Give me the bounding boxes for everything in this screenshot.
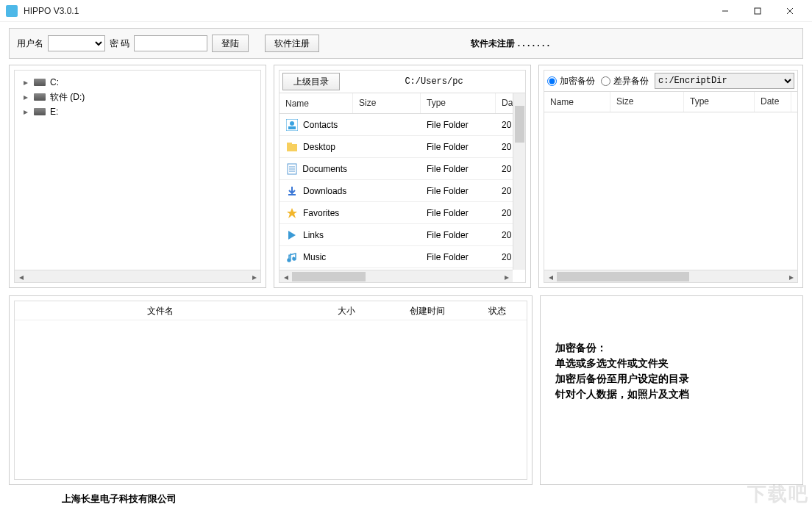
vertical-scrollbar[interactable] — [513, 93, 525, 270]
destination-panel: 加密备份 差异备份 c:/EncriptDir Name Size Type D… — [538, 65, 803, 288]
tree-item-label: E: — [50, 107, 58, 117]
login-button[interactable]: 登陆 — [212, 35, 249, 52]
file-type: File Folder — [421, 120, 496, 130]
column-header-size[interactable]: Size — [610, 92, 684, 112]
scroll-left-icon[interactable]: ◂ — [544, 270, 557, 282]
column-header-date[interactable]: Date — [755, 92, 791, 112]
close-button[interactable] — [774, 1, 806, 21]
info-line: 加密备份： — [555, 340, 788, 356]
drive-icon — [34, 93, 46, 101]
info-line: 加密后备份至用户设定的目录 — [555, 371, 788, 387]
file-type: File Folder — [421, 142, 496, 152]
file-name: Documents — [302, 164, 347, 174]
registration-status: 软件未注册 . . . . . . . — [471, 37, 549, 50]
password-label: 密 码 — [110, 37, 129, 50]
window-title: HIPPO V3.0.1 — [24, 6, 79, 16]
queue-header-filename[interactable]: 文件名 — [15, 301, 306, 320]
table-row[interactable]: DocumentsFile Folder20 — [279, 158, 525, 180]
tree-item[interactable]: ▸ 软件 (D:) — [18, 90, 257, 104]
diff-backup-radio[interactable]: 差异备份 — [601, 75, 649, 87]
current-path: C:/Users/pc — [346, 76, 522, 87]
svg-point-14 — [288, 259, 291, 262]
minimize-button[interactable] — [709, 1, 741, 21]
queue-header-size[interactable]: 大小 — [306, 301, 387, 320]
username-select[interactable] — [48, 35, 105, 51]
drive-icon — [34, 108, 46, 115]
titlebar: HIPPO V3.0.1 — [0, 0, 812, 22]
favorites-icon — [285, 206, 299, 220]
source-files-panel: 上级目录 C:/Users/pc Name Size Type Da Conta… — [274, 65, 531, 288]
scroll-left-icon[interactable]: ◂ — [279, 270, 292, 282]
folder-icon — [285, 140, 299, 154]
table-row[interactable]: FavoritesFile Folder20 — [279, 202, 525, 224]
info-line: 单选或多选文件或文件夹 — [555, 356, 788, 371]
svg-rect-6 — [288, 126, 296, 129]
info-line: 针对个人数据，如照片及文档 — [555, 387, 788, 402]
tree-item-label: 软件 (D:) — [50, 91, 85, 104]
footer-company: 上海长皇电子科技有限公司 — [0, 485, 812, 506]
queue-header-time[interactable]: 创建时间 — [387, 301, 468, 320]
file-type: File Folder — [421, 252, 496, 262]
queue-header-status[interactable]: 状态 — [468, 301, 527, 320]
file-name: Music — [303, 252, 326, 262]
maximize-button[interactable] — [741, 1, 774, 21]
tree-item[interactable]: ▸ E: — [18, 104, 257, 119]
table-row[interactable]: MusicFile Folder20 — [279, 246, 525, 268]
info-panel: 加密备份： 单选或多选文件或文件夹 加密后备份至用户设定的目录 针对个人数据，如… — [540, 295, 803, 485]
table-row[interactable]: DownloadsFile Folder20 — [279, 180, 525, 202]
up-directory-button[interactable]: 上级目录 — [282, 73, 340, 90]
destination-select[interactable]: c:/EncriptDir — [655, 73, 794, 89]
drive-tree-panel: ▸ C: ▸ 软件 (D:) ▸ E: ◂ ▸ — [9, 65, 266, 288]
queue-panel: 文件名 大小 创建时间 状态 — [9, 295, 533, 485]
table-row[interactable]: DesktopFile Folder20 — [279, 136, 525, 158]
table-row[interactable]: LinksFile Folder20 — [279, 224, 525, 246]
password-input[interactable] — [134, 35, 207, 51]
drive-tree[interactable]: ▸ C: ▸ 软件 (D:) ▸ E: — [15, 71, 260, 270]
horizontal-scrollbar[interactable]: ◂ ▸ — [279, 270, 513, 282]
svg-point-5 — [290, 121, 294, 126]
scroll-right-icon[interactable]: ▸ — [248, 270, 260, 283]
column-header-type[interactable]: Type — [684, 92, 755, 112]
file-name: Favorites — [303, 208, 339, 218]
expand-icon[interactable]: ▸ — [22, 107, 29, 117]
username-label: 用户名 — [17, 37, 43, 50]
links-icon — [285, 229, 299, 242]
tree-item[interactable]: ▸ C: — [18, 75, 257, 90]
contacts-icon — [285, 118, 299, 132]
file-type: File Folder — [421, 164, 496, 174]
toolbar: 用户名 密 码 登陆 软件注册 软件未注册 . . . . . . . — [9, 28, 803, 59]
column-header-name[interactable]: Name — [279, 93, 353, 113]
svg-rect-1 — [755, 8, 761, 14]
music-icon — [285, 251, 299, 264]
file-name: Links — [303, 230, 324, 240]
scroll-left-icon[interactable]: ◂ — [15, 270, 27, 283]
downloads-icon — [285, 184, 299, 198]
table-row[interactable]: ContactsFile Folder20 — [279, 114, 525, 136]
source-file-table[interactable]: Name Size Type Da ContactsFile Folder20D… — [279, 93, 525, 282]
svg-rect-8 — [287, 143, 292, 146]
file-name: Downloads — [303, 186, 346, 196]
tree-item-label: C: — [50, 77, 59, 87]
app-icon — [6, 5, 18, 17]
file-type: File Folder — [421, 208, 496, 218]
register-button[interactable]: 软件注册 — [265, 35, 319, 52]
expand-icon[interactable]: ▸ — [22, 77, 29, 87]
file-name: Desktop — [303, 142, 335, 152]
expand-icon[interactable]: ▸ — [22, 92, 29, 102]
scroll-right-icon[interactable]: ▸ — [500, 270, 513, 282]
horizontal-scrollbar[interactable]: ◂ ▸ — [15, 270, 260, 282]
column-header-type[interactable]: Type — [421, 93, 496, 113]
column-header-name[interactable]: Name — [544, 92, 610, 112]
drive-icon — [34, 79, 46, 86]
encrypt-backup-radio[interactable]: 加密备份 — [547, 75, 595, 87]
documents-icon — [285, 162, 298, 176]
destination-file-table[interactable]: Name Size Type Date ◂ ▸ — [544, 91, 797, 282]
horizontal-scrollbar[interactable]: ◂ ▸ — [544, 270, 797, 282]
file-type: File Folder — [421, 230, 496, 240]
file-name: Contacts — [303, 120, 338, 130]
column-header-size[interactable]: Size — [353, 93, 421, 113]
svg-point-15 — [293, 257, 296, 260]
file-type: File Folder — [421, 186, 496, 196]
scroll-right-icon[interactable]: ▸ — [785, 270, 797, 282]
